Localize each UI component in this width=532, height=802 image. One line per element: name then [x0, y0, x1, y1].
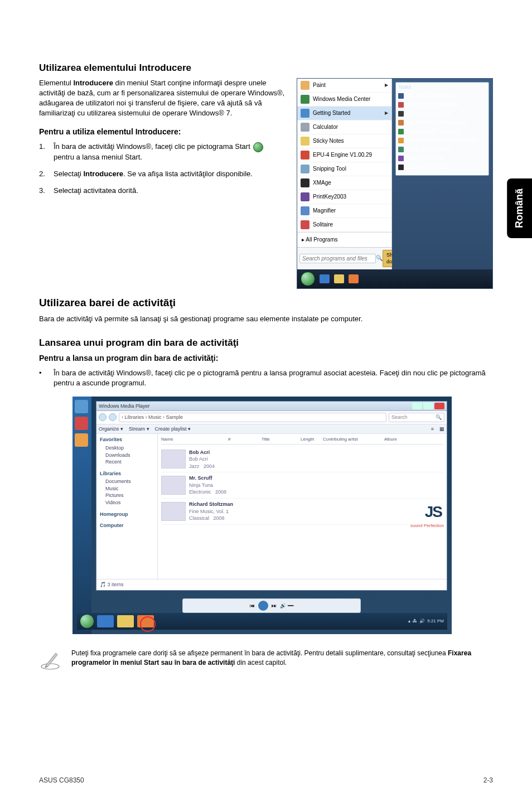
explorer-window: Windows Media Player › Libraries › Music…: [96, 401, 447, 591]
nav-computer[interactable]: Computer: [100, 522, 154, 529]
chevron-right-icon: ▶: [385, 110, 388, 116]
start-menu-item[interactable]: Solitaire: [297, 218, 391, 232]
album-thumb: [161, 450, 186, 468]
taskbar-ie-icon[interactable]: [320, 274, 330, 283]
all-programs[interactable]: ▸ All Programs: [297, 232, 391, 247]
start-menu-item[interactable]: EPU-4 Engine V1.00.29: [297, 148, 391, 162]
start-orb-icon[interactable]: [80, 615, 94, 628]
task-label: Add new users: [406, 154, 443, 162]
start-menu-item-label: Calculator: [313, 123, 338, 131]
view-icon[interactable]: ≡: [431, 426, 434, 433]
task-item[interactable]: Add new users: [398, 154, 486, 163]
maximize-button[interactable]: [423, 403, 433, 409]
start-menu-item[interactable]: Paint▶: [297, 79, 391, 93]
taskbar-explorer-icon[interactable]: [117, 615, 134, 627]
list-item[interactable]: Mr. Scruff Ninja Tuna Electronic 2008: [161, 472, 443, 499]
callout-circle: [140, 616, 156, 632]
tray-icon[interactable]: ▴: [408, 618, 410, 624]
player-next-icon[interactable]: ⏭: [272, 602, 277, 610]
footer-left: ASUS CG8350: [39, 776, 84, 785]
start-menu-item-label: XMAge: [313, 179, 331, 187]
gadget-icon[interactable]: [75, 400, 88, 413]
nav-libraries[interactable]: Libraries: [100, 470, 154, 477]
start-menu-item[interactable]: Sticky Notes: [297, 134, 391, 148]
start-menu-item[interactable]: Magnifier: [297, 204, 391, 218]
toolbar-stream[interactable]: Stream ▾: [129, 426, 149, 433]
start-search-input[interactable]: [299, 254, 376, 263]
taskbar-wmp-icon[interactable]: [349, 274, 359, 283]
col-num[interactable]: #: [228, 436, 262, 442]
start-menu-item[interactable]: Getting Started▶: [297, 107, 391, 120]
task-item[interactable]: Get Windows Live Essentials: [398, 136, 486, 145]
nav-homegroup[interactable]: Homegroup: [100, 511, 154, 518]
app-icon: [301, 206, 309, 215]
gadget-icon[interactable]: [75, 417, 88, 430]
step-body: În bara de activităţi Windows®, faceţi c…: [54, 142, 287, 162]
nav-item[interactable]: Downloads: [100, 452, 154, 459]
start-orb-icon[interactable]: [301, 272, 315, 286]
explorer-screenshot-wrap: Windows Media Player › Libraries › Music…: [72, 397, 452, 634]
status-bar: 🎵 3 items: [100, 582, 124, 587]
col-length[interactable]: Length: [301, 436, 323, 442]
task-item[interactable]: Change text size: [398, 163, 486, 172]
app-icon: [301, 137, 309, 146]
nav-item[interactable]: Pictures: [100, 492, 154, 499]
task-label: Discover Windows 7: [406, 92, 457, 100]
task-item[interactable]: Back up your files: [398, 145, 486, 154]
toolbar-organize[interactable]: Organize ▾: [99, 426, 123, 433]
col-title[interactable]: Title: [262, 436, 301, 442]
minimize-button[interactable]: [412, 403, 422, 409]
album-thumb: [161, 502, 186, 521]
start-menu-item[interactable]: Windows Media Center: [297, 93, 391, 107]
nav-item[interactable]: Recent: [100, 458, 154, 466]
nav-item[interactable]: Desktop: [100, 445, 154, 452]
col-album[interactable]: Album: [384, 436, 429, 442]
player-prev-icon[interactable]: ⏮: [250, 602, 255, 610]
nav-favorites[interactable]: Favorites: [100, 436, 154, 443]
gadget-icon[interactable]: [75, 433, 88, 447]
col-name[interactable]: Name: [161, 436, 228, 442]
step-number: 2.: [39, 169, 54, 179]
task-icon: [398, 147, 404, 152]
brand-logo: JS: [423, 501, 444, 523]
system-tray: ▴ 🖧 🔊 5:21 PM: [408, 618, 444, 624]
nav-item[interactable]: Music: [100, 485, 154, 492]
start-menu-item[interactable]: Calculator: [297, 120, 391, 134]
col-artist[interactable]: Contributing artist: [323, 436, 384, 442]
start-menu-item[interactable]: XMAge: [297, 176, 391, 190]
task-item[interactable]: Change UAC settings: [398, 127, 486, 136]
toolbar-create-playlist[interactable]: Create playlist ▾: [155, 426, 191, 433]
back-button[interactable]: [99, 413, 107, 421]
task-item[interactable]: Personalize Windows: [398, 100, 486, 109]
taskbar-strip: [297, 269, 492, 288]
taskbar-explorer-icon[interactable]: [334, 274, 344, 283]
start-menu-item[interactable]: Snipping Tool: [297, 162, 391, 176]
section1-paragraph: Elementul Introducere din meniul Start c…: [39, 78, 287, 119]
task-label: Back up your files: [406, 146, 450, 153]
nav-item[interactable]: Videos: [100, 499, 154, 506]
section1-title: Utilizarea elementului Introducere: [39, 61, 493, 75]
task-item[interactable]: Transfer your files: [398, 109, 486, 118]
tray-sound-icon[interactable]: 🔊: [419, 618, 425, 624]
task-item[interactable]: Share with a homegroup: [398, 118, 486, 127]
breadcrumb-path[interactable]: › Libraries › Music › Sample: [119, 413, 386, 422]
search-box[interactable]: Search 🔍: [389, 413, 444, 422]
player-play-icon[interactable]: [258, 601, 268, 611]
start-menu-item[interactable]: PrintKey2003: [297, 190, 391, 204]
section3-title: Lansarea unui program din bara de activi…: [39, 336, 493, 350]
player-vol-icon[interactable]: 🔊 ━━: [280, 602, 293, 610]
task-item[interactable]: Discover Windows 7: [398, 91, 486, 100]
close-button[interactable]: [434, 403, 444, 409]
tray-network-icon[interactable]: 🖧: [413, 618, 417, 624]
app-icon: [301, 81, 309, 90]
tray-clock[interactable]: 5:21 PM: [427, 618, 444, 624]
view-icon[interactable]: ▦: [439, 426, 444, 433]
list-item[interactable]: Bob Acri Bob Acri Jazz 2004: [161, 447, 443, 473]
nav-item[interactable]: Documents: [100, 478, 154, 485]
address-bar-row: › Libraries › Music › Sample Search 🔍: [96, 411, 447, 424]
taskbar-ie-icon[interactable]: [97, 615, 114, 627]
list-item[interactable]: Richard Stoltzman Fine Music, Vol. 1 Cla…: [161, 499, 443, 525]
forward-button[interactable]: [109, 413, 117, 421]
step-number: 3.: [39, 186, 54, 196]
app-icon: [301, 192, 309, 201]
